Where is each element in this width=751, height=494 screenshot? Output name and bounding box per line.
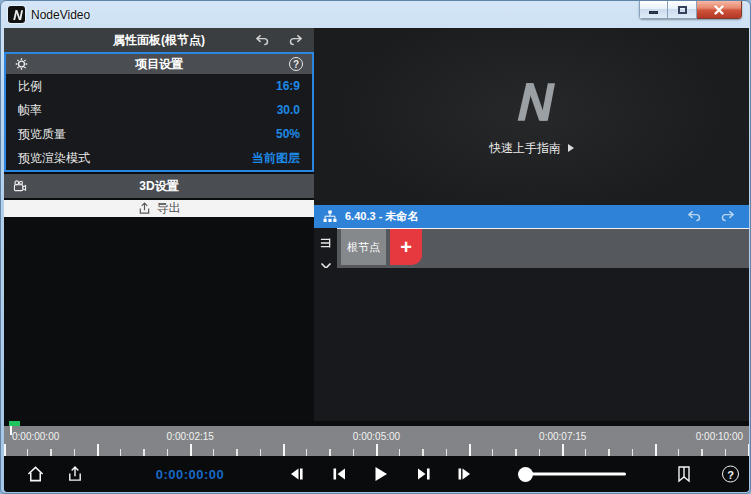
undo-icon (686, 210, 701, 222)
play-button[interactable] (372, 465, 389, 483)
export-icon (138, 202, 151, 215)
close-icon (713, 4, 725, 16)
help-icon: ? (722, 466, 739, 483)
prop-row-framerate[interactable]: 帧率 30.0 (6, 98, 312, 122)
timeline-ruler: 0:00:00:00 0:00:02:15 0:00:05:00 0:00:07… (4, 421, 749, 456)
right-panel: 快速上手指南 6.40.3 - 未命名 (314, 28, 749, 421)
node-tree-icon (323, 210, 337, 223)
ruler-label: 0:00:02:15 (167, 431, 214, 442)
maximize-icon (678, 6, 687, 14)
gear-icon (15, 58, 28, 71)
current-time-display[interactable]: 0:00:00:00 (142, 456, 238, 492)
transport-toolbar: 0:00:00:00 (4, 456, 749, 492)
prop-label: 帧率 (18, 102, 42, 119)
next-frame-button[interactable] (456, 466, 473, 482)
play-icon (372, 465, 389, 483)
timeline-redo-button[interactable] (721, 208, 736, 226)
prop-value[interactable]: 当前图层 (252, 150, 300, 167)
help-icon: ? (289, 57, 303, 71)
camera-icon (13, 180, 27, 192)
layer-list-controls (314, 228, 337, 268)
node-tab-strip: 根节点 + (314, 228, 749, 268)
ruler-label: 0:00:07:15 (539, 431, 586, 442)
layer-list-button[interactable] (319, 235, 332, 253)
bookmark-button[interactable] (676, 465, 692, 483)
help-button[interactable]: ? (722, 466, 739, 483)
app-content: 属性面板(根节点) (4, 28, 749, 492)
titlebar: NodeVideo (1, 1, 750, 28)
prop-value[interactable]: 50% (276, 127, 300, 141)
previous-frame-icon (288, 466, 305, 482)
undo-icon (254, 34, 269, 46)
three-d-settings-title: 3D设置 (139, 178, 178, 195)
project-settings-help-button[interactable]: ? (289, 57, 303, 71)
minimize-button[interactable] (639, 1, 668, 19)
skip-to-start-button[interactable] (331, 466, 348, 482)
timeline-undo-button[interactable] (686, 208, 701, 226)
close-button[interactable] (697, 1, 742, 19)
tab-root-node[interactable]: 根节点 (341, 229, 386, 265)
slider-knob[interactable] (518, 467, 533, 482)
undo-button[interactable] (254, 34, 269, 46)
properties-panel-title: 属性面板(根节点) (113, 32, 205, 49)
app-logo-icon (8, 6, 25, 23)
prop-value[interactable]: 16:9 (276, 79, 300, 93)
app-window: NodeVideo 属性面板(根节点) (0, 0, 751, 494)
node-graph-area[interactable] (314, 268, 749, 421)
maximize-button[interactable] (668, 1, 697, 19)
redo-icon (289, 34, 304, 46)
share-export-button[interactable] (66, 465, 84, 483)
ruler-label: 0:00:00:00 (12, 431, 59, 442)
skip-to-start-icon (331, 466, 348, 482)
project-version-title: 6.40.3 - 未命名 (345, 209, 418, 224)
play-arrow-icon (568, 144, 574, 152)
prop-row-render-mode[interactable]: 预览渲染模式 当前图层 (6, 146, 312, 170)
three-d-settings-header[interactable]: 3D设置 (4, 174, 314, 198)
prop-label: 预览渲染模式 (18, 150, 90, 167)
export-label: 导出 (157, 200, 181, 217)
home-button[interactable] (26, 465, 45, 483)
prop-label: 预览质量 (18, 126, 66, 143)
add-node-button[interactable]: + (390, 229, 422, 265)
prop-row-ratio[interactable]: 比例 16:9 (6, 74, 312, 98)
window-title: NodeVideo (31, 8, 90, 22)
node-tabs: 根节点 + (337, 228, 749, 268)
redo-button[interactable] (289, 34, 304, 46)
prop-row-preview-quality[interactable]: 预览质量 50% (6, 122, 312, 146)
home-icon (26, 465, 45, 483)
project-settings-header[interactable]: 项目设置 ? (6, 54, 312, 74)
properties-panel: 属性面板(根节点) (4, 28, 314, 421)
next-frame-icon (456, 466, 473, 482)
skip-to-end-icon (415, 466, 432, 482)
properties-panel-header: 属性面板(根节点) (4, 28, 314, 52)
nodevideo-logo-icon (509, 77, 555, 127)
minimize-icon (649, 11, 658, 14)
export-button[interactable]: 导出 (4, 200, 314, 217)
playback-speed-slider[interactable] (524, 473, 626, 476)
preview-viewport: 快速上手指南 (314, 28, 749, 205)
prop-value[interactable]: 30.0 (277, 103, 300, 117)
ruler-major-ticks (4, 444, 749, 456)
properties-panel-empty-area (4, 217, 314, 421)
ruler-scale[interactable]: 0:00:00:00 0:00:02:15 0:00:05:00 0:00:07… (4, 426, 749, 456)
redo-icon (721, 210, 736, 222)
upload-icon (66, 465, 84, 483)
timeline-header: 6.40.3 - 未命名 (314, 205, 749, 228)
project-settings-title: 项目设置 (135, 56, 183, 73)
ruler-label: 0:00:10:00 (696, 431, 743, 442)
bookmark-icon (676, 465, 692, 483)
skip-to-end-button[interactable] (415, 466, 432, 482)
quick-start-guide-link[interactable]: 快速上手指南 (489, 140, 574, 157)
prop-label: 比例 (18, 78, 42, 95)
project-settings-section: 项目设置 ? 比例 16:9 帧率 30.0 预览质量 (4, 52, 314, 172)
ruler-label: 0:00:05:00 (353, 431, 400, 442)
quick-start-guide-label: 快速上手指南 (489, 140, 561, 157)
previous-frame-button[interactable] (288, 466, 305, 482)
